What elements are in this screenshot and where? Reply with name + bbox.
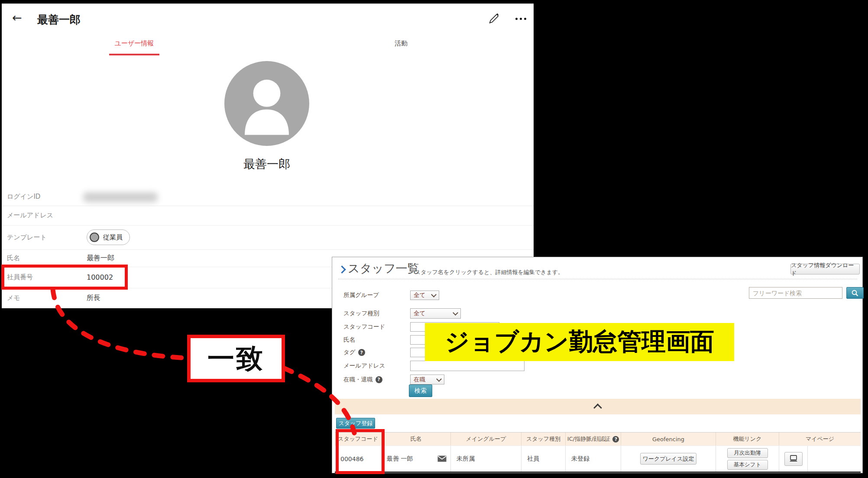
login-id-label: ログインID bbox=[7, 193, 40, 201]
filter-row-email: メールアドレス bbox=[343, 360, 525, 371]
staff-code-filter-label: スタッフコード bbox=[343, 323, 385, 331]
name-value: 最善一郎 bbox=[87, 254, 114, 263]
staff-type-filter-select[interactable]: 全て bbox=[410, 308, 461, 319]
header-ic-auth: IC/指静脈/顔認証 bbox=[566, 433, 621, 446]
header-main-group: メイングループ bbox=[451, 433, 521, 446]
header-function-links: 機能リンク bbox=[716, 433, 779, 446]
header-name: 氏名 bbox=[382, 433, 451, 446]
chevron-right-icon bbox=[338, 265, 346, 273]
email-label: メールアドレス bbox=[7, 211, 53, 220]
tag-filter-label: タグ bbox=[343, 349, 356, 356]
group-filter-label: 所属グループ bbox=[343, 291, 379, 299]
staff-type-filter-label: スタッフ種別 bbox=[343, 310, 379, 317]
annotation-banner: ジョブカン勤怠管理画面 bbox=[425, 323, 734, 361]
back-arrow-icon[interactable]: ← bbox=[12, 12, 22, 23]
help-icon[interactable] bbox=[612, 436, 619, 442]
freeword-search-button[interactable] bbox=[846, 287, 864, 299]
tab-activity[interactable]: 活動 bbox=[375, 39, 427, 48]
name-label: 氏名 bbox=[7, 254, 20, 262]
template-label: テンプレート bbox=[7, 233, 47, 242]
memo-label: メモ bbox=[7, 294, 20, 302]
staff-register-button[interactable]: スタッフ登録 bbox=[336, 418, 375, 429]
filter-row-employment: 在職・退職 在職 bbox=[343, 374, 444, 385]
cell-name[interactable]: 最善 一郎 bbox=[382, 446, 451, 472]
table-row: 000486 最善 一郎 未所属 社員 未登録 ワークプレイス設定 月次出勤簿 … bbox=[335, 446, 861, 472]
email-filter-label: メールアドレス bbox=[343, 362, 385, 370]
cell-geofencing: ワークプレイス設定 bbox=[621, 446, 716, 472]
help-icon[interactable] bbox=[376, 376, 382, 383]
monthly-timesheet-button[interactable]: 月次出勤簿 bbox=[727, 448, 768, 458]
cell-ic-auth: 未登録 bbox=[566, 446, 621, 472]
mypage-pc-button[interactable] bbox=[784, 452, 803, 466]
template-avatar-icon bbox=[90, 233, 99, 242]
edit-pencil-icon[interactable] bbox=[488, 13, 500, 25]
table-header-row: スタッフコード 氏名 メイングループ スタッフ種別 IC/指静脈/顔認証 Geo… bbox=[335, 433, 861, 446]
staff-info-download-button[interactable]: スタッフ情報ダウンロード bbox=[790, 264, 860, 275]
collapse-caret-icon bbox=[593, 404, 602, 412]
filter-row-staff-type: スタッフ種別 全て bbox=[343, 308, 461, 319]
employment-filter-label: 在職・退職 bbox=[343, 376, 373, 384]
header-mypage: マイページ bbox=[779, 433, 861, 446]
avatar bbox=[224, 61, 309, 146]
field-row-login-id: ログインID bbox=[2, 188, 534, 206]
staff-list-subtitle: - スタッフ名をクリックすると、詳細情報を編集できます。 bbox=[411, 268, 564, 276]
avatar-name: 最善一郎 bbox=[202, 156, 332, 172]
workplace-settings-button[interactable]: ワークプレイス設定 bbox=[640, 453, 696, 465]
mypage-subcell bbox=[779, 446, 808, 472]
header-geofencing: Geofencing bbox=[621, 433, 716, 446]
chevron-down-icon bbox=[453, 310, 458, 316]
composite-canvas: ← 最善一郎 ユーザー情報 活動 最善一郎 ログインID メールアドレス テンプ… bbox=[0, 0, 868, 478]
jobcan-staff-list-panel: スタッフ一覧 - スタッフ名をクリックすると、詳細情報を編集できます。 スタッフ… bbox=[332, 257, 863, 473]
field-row-email: メールアドレス bbox=[2, 206, 534, 226]
email-filter-input[interactable] bbox=[410, 361, 525, 371]
person-silhouette-icon bbox=[224, 61, 309, 146]
search-icon bbox=[851, 289, 859, 297]
group-filter-select[interactable]: 全て bbox=[410, 291, 439, 300]
cell-staff-type: 社員 bbox=[521, 446, 566, 472]
computer-icon bbox=[788, 455, 799, 463]
freeword-search-input[interactable] bbox=[749, 287, 842, 299]
envelope-icon[interactable] bbox=[437, 455, 447, 463]
staff-type-filter-value: 全て bbox=[414, 310, 425, 317]
cell-function-links: 月次出勤簿 基本シフト bbox=[716, 446, 779, 472]
field-row-template: テンプレート 従業員 bbox=[2, 225, 534, 250]
template-chip-label: 従業員 bbox=[103, 233, 123, 242]
login-id-redacted-value bbox=[83, 192, 158, 202]
chevron-down-icon bbox=[436, 376, 442, 382]
cell-mypage bbox=[779, 446, 861, 472]
staff-name-link[interactable]: 最善 一郎 bbox=[387, 455, 413, 463]
page-title: 最善一郎 bbox=[37, 13, 81, 27]
memo-value: 所長 bbox=[87, 294, 100, 303]
cell-main-group: 未所属 bbox=[451, 446, 521, 472]
staff-code-highlight-box bbox=[336, 429, 385, 474]
tab-user-info[interactable]: ユーザー情報 bbox=[109, 39, 159, 55]
help-icon[interactable] bbox=[358, 349, 365, 356]
employment-filter-value: 在職 bbox=[414, 376, 425, 384]
header-staff-type: スタッフ種別 bbox=[521, 433, 566, 446]
name-filter-label: 氏名 bbox=[343, 336, 355, 344]
match-label: 一致 bbox=[207, 340, 265, 377]
filter-row-group: 所属グループ 全て bbox=[343, 290, 439, 300]
employment-filter-select[interactable]: 在職 bbox=[410, 375, 444, 384]
staff-table: スタッフコード 氏名 メイングループ スタッフ種別 IC/指静脈/顔認証 Geo… bbox=[335, 432, 861, 473]
group-filter-value: 全て bbox=[414, 291, 425, 299]
divider bbox=[338, 279, 857, 279]
more-options-icon[interactable] bbox=[515, 18, 526, 20]
match-callout: 一致 bbox=[187, 335, 285, 382]
search-button[interactable]: 検索 bbox=[409, 384, 432, 397]
chevron-down-icon bbox=[431, 292, 437, 297]
staff-list-title: スタッフ一覧 bbox=[348, 261, 419, 276]
employee-no-highlight-box bbox=[1, 265, 128, 290]
collapse-bar[interactable] bbox=[335, 399, 861, 414]
template-chip[interactable]: 従業員 bbox=[87, 229, 130, 245]
basic-shift-button[interactable]: 基本シフト bbox=[727, 460, 768, 470]
